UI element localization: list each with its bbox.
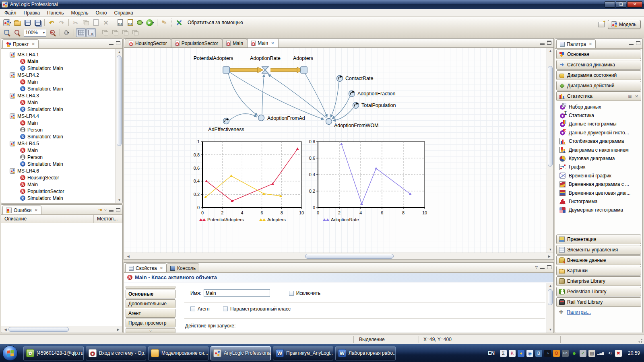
model-perspective-button[interactable]: Модель [608,20,641,29]
palettes-link[interactable]: ✚Палитры... [555,307,642,317]
palette-category-action[interactable]: Диаграмма действий [556,81,641,90]
diagram-node-PotentialAdopters[interactable]: PotentialAdopters [194,56,233,73]
menu-item[interactable]: Файл [1,9,20,16]
close-button[interactable]: ✕ [627,1,642,8]
properties-section-4[interactable]: Предв. просмотр [126,319,175,327]
android-icon[interactable]: ☻ [571,350,578,357]
palette-tab[interactable]: Палитра ✕ [556,39,596,48]
tree-item[interactable]: AMain [1,99,116,106]
palette-category-sd[interactable]: ➜Системная динамика [556,60,641,70]
tree-item[interactable]: AMain [1,147,116,154]
zoom-region-button[interactable] [2,28,12,37]
palette-item-dataset[interactable]: Набор данных [555,103,642,111]
pin-button[interactable]: ▾ [62,28,72,37]
palette-item-time-stack[interactable]: Временная диаграмма с ... [555,180,642,189]
editor-tab-close-icon[interactable]: ✕ [271,41,274,45]
redo-button[interactable]: ↷ [57,18,66,27]
editor-tab-main[interactable]: Main✕ [247,38,278,47]
exclude-checkbox[interactable] [289,291,294,296]
palette-maximize-icon[interactable] [636,41,640,45]
agent-checkbox[interactable] [190,306,195,311]
palette-category-external-data[interactable]: Внешние данные [556,255,641,265]
language-indicator[interactable]: EN [488,350,495,356]
palette-item-stack-chart[interactable]: Диаграмма с накоплением [555,146,642,154]
tree-item[interactable]: AMain [1,119,116,126]
project-maximize-icon[interactable] [116,41,120,45]
canvas-hscrollbar[interactable]: ◀▶ [124,253,553,259]
diagram-canvas[interactable]: PotentialAdoptersAdoptionRateAdoptersCon… [124,48,547,253]
taskbar-button-folder[interactable]: Моделирование си... [148,346,208,360]
properties-tab[interactable]: Свойства ✕ [125,263,167,272]
tree-item[interactable]: AHousingSector [1,174,116,181]
editor-tab-main[interactable]: Main [222,39,247,47]
editor-minimize-icon[interactable] [540,41,545,45]
zoom-out-button[interactable] [12,28,22,37]
build-all-button[interactable]: 010 [125,18,135,27]
diagram-node-AdEffectiveness[interactable]: AdEffectiveness [208,118,244,133]
errors-tab-close-icon[interactable]: ✕ [35,208,38,212]
palette-category-stat[interactable]: Статистика▦✕ [556,91,641,101]
cut-button[interactable]: ✂ [71,18,80,27]
palette-category-state[interactable]: Диаграмма состояний [556,70,641,80]
tree-item[interactable]: MS-LR4.1 [1,51,116,58]
errors-column-description[interactable]: Описание [1,215,94,223]
diagram-node-AdoptionFromAd[interactable]: AdoptionFromAd [258,115,305,121]
menu-item[interactable]: Справка [111,9,137,16]
properties-scrollbar[interactable]: ▲▼ [547,283,553,333]
build-button[interactable]: 010 [115,18,125,27]
palette-category-pedestrian[interactable]: Pedestrian Library [556,287,641,296]
taskbar-clock[interactable]: 20:59 [628,350,640,356]
palette-item-pie-chart[interactable]: Круговая диаграмма [555,154,642,162]
tree-item[interactable]: XSimulation: Main [1,195,116,202]
taskbar-button-anylogic[interactable]: AnyLogic Professional [211,346,271,360]
properties-section-1[interactable]: Основные [126,290,175,298]
save-all-button[interactable] [33,18,42,27]
ungroup-button[interactable] [110,28,120,37]
canvas-vscrollbar-thumb[interactable] [548,66,553,167]
palette-category-pictures[interactable]: Картинки [556,266,641,276]
tree-item[interactable]: XSimulation: Main [1,160,116,167]
opera-tray-icon[interactable]: O [553,350,560,357]
menu-item[interactable]: Модель [68,9,92,16]
taskbar-button-opera[interactable]: OВход в систему - Op... [86,346,146,360]
paste-button[interactable] [91,18,101,27]
menu-item[interactable]: Правка [20,9,44,16]
tree-item[interactable]: AMain [1,58,116,65]
editor-maximize-icon[interactable] [547,41,551,45]
project-scrollbar-thumb[interactable] [117,56,122,146]
kaspersky-icon[interactable]: K [509,350,516,357]
menu-item[interactable]: Панель [43,9,67,16]
tree-item[interactable]: MS-LR4.2 [1,72,116,78]
properties-menu-icon[interactable]: ▽ [535,265,538,269]
tree-item[interactable]: XSimulation: Main [1,65,116,72]
group-button[interactable] [100,28,110,37]
sigma-doc-icon[interactable]: Σ [500,350,507,357]
palette-item-histogram2d[interactable]: Двумерная гистограмма [555,206,642,214]
errors-scrollbar[interactable]: ◀▶ [1,326,122,333]
errors-minimize-icon[interactable] [109,208,114,212]
errors-import-icon[interactable]: ⇥ [98,207,102,212]
tree-item[interactable]: Person [1,154,116,160]
palette-item-time-color[interactable]: Временная цветовая диаг... [555,189,642,197]
restore-button[interactable]: ❏ [616,1,626,8]
open-button[interactable] [12,18,22,27]
zoom-level-select[interactable]: 100%▾ [24,29,46,37]
zoom-in-button[interactable]: + [48,28,58,37]
editor-tab-housingsector[interactable]: HousingSector [125,39,171,47]
menu-item[interactable]: Окно [92,9,111,16]
properties-scrollbar-thumb[interactable] [548,289,553,305]
palette-minimize-icon[interactable] [629,41,634,45]
palette-item-statistics[interactable]: Статистика [555,111,642,119]
palette-category-presentation[interactable]: Презентация [556,234,641,244]
new-model-button[interactable]: ▾ [2,18,12,27]
layout-grid-icon[interactable]: ▦ [628,94,632,99]
project-tab[interactable]: Проект ✕ [2,39,39,48]
get-support-button[interactable] [173,18,185,27]
diagram-node-AdoptionFraction[interactable]: AdoptionFraction [349,91,396,97]
errors-maximize-icon[interactable] [116,208,120,212]
tree-item[interactable]: XSimulation: Main [1,106,116,113]
palette-item-plot[interactable]: График [555,163,642,171]
palette-category-rail[interactable]: Rail Yard Library [556,297,641,307]
properties-section-2[interactable]: Дополнительные [126,299,175,308]
undo-button[interactable]: ↶ [47,18,56,27]
